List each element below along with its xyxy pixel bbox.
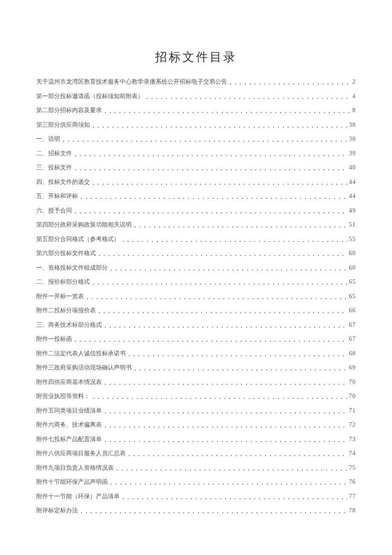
toc-page-number: 78 <box>349 506 356 515</box>
toc-page-number: 65 <box>349 292 356 301</box>
toc-page-number: 60 <box>349 263 356 272</box>
toc-entry[interactable]: 附件一开标一览表65 <box>36 292 356 301</box>
toc-page-number: 67 <box>349 320 356 329</box>
toc-label: 附件七投标产品配置清单 <box>36 435 102 444</box>
toc-entry[interactable]: 附件十节能环保产品声明函76 <box>36 477 356 486</box>
toc-leader-dots <box>229 78 351 87</box>
toc-label: 附件一投标函 <box>36 334 72 343</box>
toc-entry[interactable]: 第一部分投标邀请函（投标须知前附表）4 <box>36 92 356 101</box>
toc-list: 关于温州市龙湾区教育技术服务中心教学录播系统公开招标电子交易公告2第一部分投标邀… <box>36 77 356 515</box>
toc-entry[interactable]: 关于温州市龙湾区教育技术服务中心教学录播系统公开招标电子交易公告2 <box>36 77 356 86</box>
toc-entry[interactable]: 第二部分招标内容及要求8 <box>36 106 356 115</box>
page-title: 招标文件目录 <box>36 49 356 65</box>
toc-leader-dots <box>104 321 347 330</box>
toc-entry[interactable]: 附件八供应商项目服务人员汇总表74 <box>36 449 356 458</box>
toc-label: 一、资格投标文件组成部分 <box>36 263 108 272</box>
toc-label: 第一部分投标邀请函（投标须知前附表） <box>36 92 144 101</box>
toc-label: 二、招标文件 <box>36 149 72 158</box>
toc-entry[interactable]: 第六部分投标文件格式60 <box>36 249 356 258</box>
toc-page-number: 8 <box>352 106 356 115</box>
toc-page-number: 74 <box>349 449 356 458</box>
toc-leader-dots <box>104 378 347 387</box>
toc-leader-dots <box>92 392 347 401</box>
toc-leader-dots <box>133 364 347 373</box>
toc-entry[interactable]: 二、报价标部分格式65 <box>36 277 356 286</box>
toc-leader-dots <box>145 93 351 102</box>
toc-entry[interactable]: 一、资格投标文件组成部分60 <box>36 263 356 272</box>
toc-page-number: 70 <box>349 392 356 401</box>
toc-page-number: 49 <box>349 206 356 215</box>
toc-leader-dots <box>98 307 347 316</box>
toc-leader-dots <box>104 436 347 445</box>
toc-label: 附件五同类项目业绩清单 <box>36 406 102 415</box>
toc-page-number: 44 <box>349 192 356 200</box>
toc-page-number: 72 <box>349 420 356 429</box>
toc-leader-dots <box>121 493 347 502</box>
toc-label: 附营业执照等资料： <box>36 392 90 401</box>
toc-entry[interactable]: 附件二投标分项报价表66 <box>36 306 356 315</box>
toc-page-number: 68 <box>349 349 356 358</box>
toc-entry[interactable]: 四、投标文件的递交44 <box>36 177 356 186</box>
toc-entry[interactable]: 附件七投标产品配置清单73 <box>36 435 356 444</box>
toc-page-number: 55 <box>349 235 356 244</box>
toc-page-number: 51 <box>349 220 356 229</box>
toc-label: 四、投标文件的递交 <box>36 177 90 186</box>
toc-leader-dots <box>92 121 347 130</box>
toc-page-number: 77 <box>349 492 356 501</box>
toc-leader-dots <box>74 164 347 173</box>
toc-entry[interactable]: 第五部分合同格式（参考格式）55 <box>36 235 356 244</box>
toc-label: 关于温州市龙湾区教育技术服务中心教学录播系统公开招标电子交易公告 <box>36 77 227 86</box>
toc-label: 一、说明 <box>36 134 60 143</box>
toc-entry[interactable]: 三、商务技术标部分格式67 <box>36 320 356 329</box>
toc-leader-dots <box>80 507 347 516</box>
toc-label: 第二部分招标内容及要求 <box>36 106 102 115</box>
toc-label: 附件一开标一览表 <box>36 292 84 301</box>
toc-entry[interactable]: 附件九项目负责人资格情况表75 <box>36 463 356 472</box>
toc-entry[interactable]: 第四部分政府采购政策功能相关说明51 <box>36 220 356 229</box>
toc-leader-dots <box>92 178 347 187</box>
toc-label: 第四部分政府采购政策功能相关说明 <box>36 220 132 229</box>
toc-entry[interactable]: 五、开标和评标44 <box>36 192 356 200</box>
toc-entry[interactable]: 附件十一节能（环保）产品清单77 <box>36 492 356 501</box>
toc-leader-dots <box>62 135 347 144</box>
toc-label: 六、授予合同 <box>36 206 72 215</box>
toc-label: 第五部分合同格式（参考格式） <box>36 235 120 244</box>
toc-label: 附件六商务、技术偏离表 <box>36 420 102 429</box>
toc-label: 附评标定标办法 <box>36 506 78 515</box>
toc-entry[interactable]: 三、投标文件40 <box>36 163 356 172</box>
toc-entry[interactable]: 二、招标文件39 <box>36 149 356 158</box>
toc-entry[interactable]: 第三部分供应商须知38 <box>36 120 356 129</box>
toc-page-number: 44 <box>349 177 356 186</box>
toc-leader-dots <box>98 250 347 259</box>
toc-page-number: 60 <box>349 249 356 258</box>
toc-entry[interactable]: 附件一投标函67 <box>36 334 356 343</box>
toc-label: 附件九项目负责人资格情况表 <box>36 463 114 472</box>
toc-label: 附件二法定代表人诚信投标承诺书 <box>36 349 126 358</box>
toc-entry[interactable]: 附件四供应商基本情况表70 <box>36 378 356 386</box>
toc-leader-dots <box>110 264 347 273</box>
toc-label: 附件四供应商基本情况表 <box>36 378 102 386</box>
toc-leader-dots <box>104 107 351 116</box>
toc-label: 附件二投标分项报价表 <box>36 306 96 315</box>
toc-leader-dots <box>74 207 347 216</box>
toc-entry[interactable]: 附件三政府采购活动现场确认声明书69 <box>36 363 356 372</box>
toc-page-number: 40 <box>349 163 356 172</box>
toc-page-number: 66 <box>349 306 356 315</box>
toc-page-number: 39 <box>349 149 356 158</box>
toc-label: 附件八供应商项目服务人员汇总表 <box>36 449 126 458</box>
toc-label: 附件十一节能（环保）产品清单 <box>36 492 120 501</box>
toc-entry[interactable]: 附营业执照等资料：70 <box>36 392 356 401</box>
toc-entry[interactable]: 六、授予合同49 <box>36 206 356 215</box>
toc-label: 二、报价标部分格式 <box>36 277 90 286</box>
toc-page-number: 71 <box>349 406 356 415</box>
toc-leader-dots <box>80 192 347 201</box>
toc-entry[interactable]: 附件六商务、技术偏离表72 <box>36 420 356 429</box>
toc-page-number: 4 <box>352 92 356 101</box>
document-page: 招标文件目录 关于温州市龙湾区教育技术服务中心教学录播系统公开招标电子交易公告2… <box>0 0 392 515</box>
toc-entry[interactable]: 附评标定标办法78 <box>36 506 356 515</box>
toc-leader-dots <box>121 235 347 244</box>
toc-entry[interactable]: 一、说明38 <box>36 134 356 143</box>
toc-entry[interactable]: 附件五同类项目业绩清单71 <box>36 406 356 415</box>
toc-entry[interactable]: 附件二法定代表人诚信投标承诺书68 <box>36 349 356 358</box>
toc-page-number: 75 <box>349 463 356 472</box>
